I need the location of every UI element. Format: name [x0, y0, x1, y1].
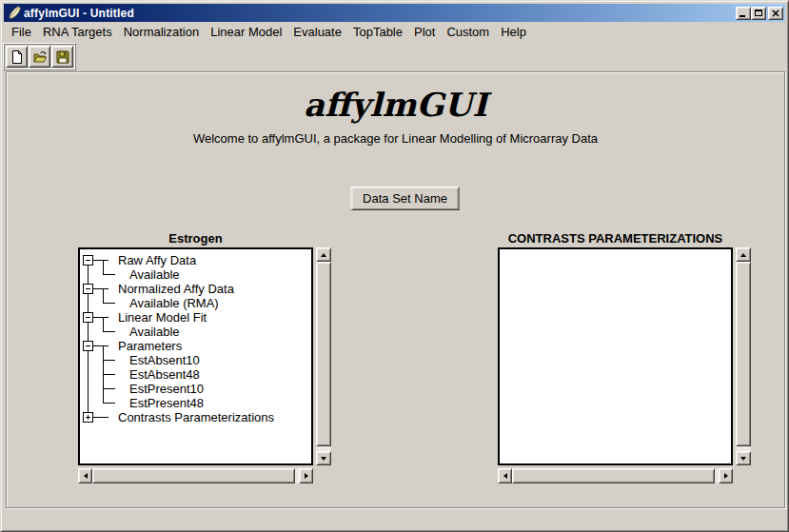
arrow-left-icon: [81, 473, 88, 479]
welcome-text: Welcome to affylmGUI, a package for Line…: [7, 131, 784, 146]
save-floppy-icon: [55, 49, 70, 65]
tree-connector-line: [103, 260, 104, 274]
save-file-button[interactable]: [51, 46, 73, 68]
menubar: FileRNA TargetsNormalizationLinear Model…: [4, 22, 785, 41]
tree-node-estabsent48[interactable]: EstAbsent48: [129, 367, 200, 382]
tree-connector-line: [103, 374, 115, 375]
menu-linear-model[interactable]: Linear Model: [206, 23, 286, 41]
menu-help[interactable]: Help: [496, 23, 531, 41]
tree-connector-line: [103, 288, 104, 303]
right-horizontal-scrollbar[interactable]: [498, 468, 733, 483]
scrollbar-thumb[interactable]: [736, 262, 751, 446]
tree-expander-plus-icon[interactable]: [83, 412, 93, 423]
estrogen-tree-canvas[interactable]: Raw Affy DataAvailableNormalized Affy Da…: [78, 247, 313, 465]
scroll-up-button[interactable]: [316, 247, 331, 262]
tree-connector-line: [93, 288, 108, 289]
scroll-left-button[interactable]: [78, 468, 92, 483]
tree-node-contrasts-parameterizations[interactable]: Contrasts Parameterizations: [118, 410, 274, 424]
window-title: affylmGUI - Untitled: [24, 7, 736, 20]
tree-connector-line: [103, 403, 115, 404]
contrasts-list-canvas[interactable]: [498, 247, 733, 465]
new-document-icon: [10, 49, 25, 65]
left-vertical-scrollbar[interactable]: [316, 247, 331, 465]
tree-node-parameters[interactable]: Parameters: [118, 339, 182, 353]
new-file-button[interactable]: [6, 46, 28, 68]
data-set-name-button[interactable]: Data Set Name: [350, 187, 460, 210]
estrogen-tree-widget: Raw Affy DataAvailableNormalized Affy Da…: [78, 247, 331, 483]
tree-connector-line: [103, 303, 115, 304]
close-button[interactable]: [768, 7, 783, 20]
tree-node-estpresent10[interactable]: EstPresent10: [129, 382, 204, 396]
scrollbar-corner: [316, 468, 331, 483]
menu-custom[interactable]: Custom: [442, 23, 494, 41]
arrow-right-icon: [305, 473, 311, 479]
left-horizontal-scrollbar[interactable]: [78, 468, 313, 483]
scrollbar-thumb[interactable]: [512, 468, 715, 483]
open-file-button[interactable]: [29, 46, 50, 68]
tree-expander-minus-icon[interactable]: [83, 341, 93, 351]
tree-node-estabsent10[interactable]: EstAbsent10: [129, 353, 200, 367]
tree-node-linear-model-fit[interactable]: Linear Model Fit: [118, 310, 207, 325]
tree-connector-line: [93, 260, 108, 261]
app-heading: affylmGUI: [7, 86, 784, 124]
scrollbar-corner: [736, 468, 751, 483]
maximize-icon: [755, 10, 762, 16]
scrollbar-thumb[interactable]: [316, 262, 331, 446]
left-panel-title: Estrogen: [78, 231, 313, 246]
arrow-up-icon: [740, 250, 746, 257]
menu-rna-targets[interactable]: RNA Targets: [38, 23, 117, 41]
app-feather-icon: [7, 6, 21, 20]
main-content-frame: affylmGUI Welcome to affylmGUI, a packag…: [6, 71, 785, 508]
maximize-button[interactable]: [751, 7, 766, 20]
scrollbar-trough[interactable]: [92, 468, 299, 483]
tree-connector-line: [93, 417, 108, 418]
scroll-right-button[interactable]: [299, 468, 313, 483]
scrollbar-thumb[interactable]: [92, 468, 295, 483]
tree-connector-line: [93, 345, 108, 346]
tree-expander-minus-icon[interactable]: [83, 284, 93, 294]
right-panel-title: CONTRASTS PARAMETERIZATIONS: [498, 231, 733, 246]
scroll-right-button[interactable]: [719, 468, 733, 483]
menu-evaluate[interactable]: Evaluate: [288, 23, 346, 41]
tree-node-raw-affy-data[interactable]: Raw Affy Data: [118, 253, 196, 267]
scrollbar-trough[interactable]: [512, 468, 719, 483]
contrasts-list-widget: [498, 247, 751, 483]
minimize-icon: [740, 15, 745, 17]
titlebar[interactable]: affylmGUI - Untitled: [4, 4, 785, 22]
scroll-left-button[interactable]: [498, 468, 512, 483]
menu-normalization[interactable]: Normalization: [119, 23, 204, 41]
arrow-down-icon: [321, 457, 326, 463]
tree-connector-line: [93, 317, 108, 318]
tree-expander-minus-icon[interactable]: [83, 312, 93, 323]
tree-connector-line: [103, 388, 115, 389]
tree-node-normalized-affy-data[interactable]: Normalized Affy Data: [118, 282, 234, 296]
tree-connector-line: [103, 331, 115, 332]
menu-file[interactable]: File: [7, 23, 36, 41]
close-icon: [772, 10, 779, 17]
scroll-down-button[interactable]: [316, 451, 331, 465]
arrow-up-icon: [321, 250, 326, 257]
tree-node-available[interactable]: Available: [129, 267, 180, 282]
tree-connector-line: [103, 274, 115, 275]
tree-connector-line: [103, 360, 115, 361]
arrow-right-icon: [724, 473, 731, 479]
minimize-button[interactable]: [736, 7, 751, 20]
right-vertical-scrollbar[interactable]: [736, 247, 751, 465]
window-controls: [736, 7, 783, 20]
scrollbar-trough[interactable]: [736, 262, 751, 451]
app-window: affylmGUI - Untitled FileRNA TargetsNorm…: [0, 0, 789, 532]
tree-node-available[interactable]: Available: [129, 325, 180, 339]
tree-node-estpresent48[interactable]: EstPresent48: [129, 396, 204, 410]
scrollbar-trough[interactable]: [316, 262, 331, 451]
scroll-up-button[interactable]: [736, 247, 751, 262]
menu-plot[interactable]: Plot: [409, 23, 440, 41]
tree-connector-line: [103, 317, 104, 331]
tree-expander-minus-icon[interactable]: [83, 255, 93, 266]
arrow-down-icon: [740, 457, 746, 463]
tree-node-available-rma-[interactable]: Available (RMA): [129, 296, 219, 310]
menu-toptable[interactable]: TopTable: [348, 23, 407, 41]
toolbar: [3, 43, 76, 70]
scroll-down-button[interactable]: [736, 451, 751, 465]
open-folder-icon: [32, 49, 48, 65]
arrow-left-icon: [501, 473, 507, 479]
